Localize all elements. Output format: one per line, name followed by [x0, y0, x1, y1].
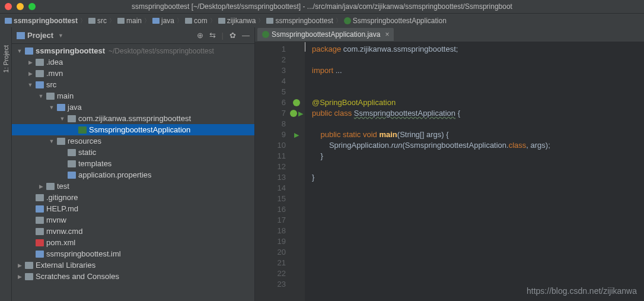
tree-node[interactable]: templates — [12, 158, 254, 169]
folder-icon — [152, 18, 160, 24]
project-tool-tab[interactable]: 1: Project — [2, 45, 9, 72]
code-line[interactable]: } — [312, 172, 644, 183]
line-number: 21 — [255, 258, 286, 268]
minimize-window-button[interactable] — [17, 3, 24, 10]
project-tree[interactable]: ▼ssmspringboottest~/Desktop/test/ssmspri… — [12, 44, 254, 301]
code-line[interactable] — [312, 247, 644, 258]
spring-icon[interactable] — [290, 110, 297, 117]
expand-arrow-icon[interactable]: ▶ — [17, 274, 23, 280]
breadcrumb-item[interactable]: SsmspringboottestApplication — [344, 17, 447, 25]
project-panel-title[interactable]: Project ▼ — [17, 31, 63, 40]
expand-arrow-icon[interactable]: ▼ — [59, 116, 65, 122]
code-line[interactable] — [312, 55, 644, 65]
code-line[interactable] — [312, 119, 644, 129]
expand-arrow-icon[interactable]: ▶ — [27, 71, 33, 77]
code-line[interactable] — [312, 258, 644, 268]
code-line[interactable]: public class SsmspringboottestApplicatio… — [312, 108, 644, 119]
breadcrumb-item[interactable]: ssmspringboottest — [266, 17, 333, 25]
tree-node[interactable]: ssmspringboottest.iml — [12, 248, 254, 259]
code-line[interactable]: public static void main(String[] args) { — [312, 129, 644, 140]
code-line[interactable] — [312, 204, 644, 215]
tree-node[interactable]: ▶.idea — [12, 56, 254, 68]
tree-node-label: java — [68, 103, 82, 112]
code-editor[interactable]: 1234567891011121314151617181920212223 ▶▶… — [255, 42, 644, 301]
code-line[interactable] — [312, 236, 644, 247]
expand-arrow-icon[interactable]: ▶ — [38, 183, 44, 189]
tree-node[interactable]: ▼main — [12, 90, 254, 102]
run-icon[interactable]: ▶ — [294, 129, 299, 140]
code-line[interactable] — [312, 194, 644, 204]
tree-node[interactable]: mvnw — [12, 214, 254, 226]
expand-arrow-icon[interactable]: ▼ — [17, 48, 23, 54]
tree-node[interactable]: application.properties — [12, 169, 254, 180]
breadcrumb-item[interactable]: main — [117, 17, 142, 25]
f-bluefolder-icon — [36, 81, 44, 88]
hide-panel-button[interactable]: — — [242, 31, 250, 40]
tree-node[interactable]: ▶External Libraries — [12, 259, 254, 271]
expand-arrow-icon[interactable]: ▼ — [49, 138, 55, 144]
tree-node[interactable]: .gitignore — [12, 192, 254, 203]
target-icon[interactable]: ⊕ — [197, 31, 203, 40]
tree-node-label: HELP.md — [46, 204, 78, 213]
line-number: 10 — [255, 140, 286, 151]
tree-node[interactable]: ▼ssmspringboottest~/Desktop/test/ssmspri… — [12, 45, 254, 56]
breadcrumb-item[interactable]: src — [88, 17, 107, 25]
tree-node[interactable]: ▼src — [12, 79, 254, 90]
line-number: 16 — [255, 204, 286, 215]
breadcrumb-item[interactable]: ssmspringboottest — [5, 17, 78, 25]
editor-tab[interactable]: SsmspringboottestApplication.java × — [257, 28, 394, 41]
tool-window-strip[interactable]: 1: Project — [0, 27, 12, 301]
code-line[interactable] — [312, 183, 644, 194]
maximize-window-button[interactable] — [28, 3, 36, 10]
breadcrumb-item[interactable]: java — [152, 17, 174, 25]
tree-node[interactable]: mvnw.cmd — [12, 226, 254, 237]
folder-icon — [5, 18, 12, 24]
expand-arrow-icon[interactable]: ▼ — [38, 93, 44, 99]
divider: | — [222, 31, 224, 40]
run-icon[interactable]: ▶ — [298, 108, 303, 119]
tree-node[interactable]: ▼resources — [12, 135, 254, 147]
expand-arrow-icon[interactable]: ▶ — [17, 262, 23, 268]
code-line[interactable]: @SpringBootApplication — [312, 97, 644, 108]
code-line[interactable] — [312, 87, 644, 97]
line-number: 19 — [255, 236, 286, 247]
project-panel-header: Project ▼ ⊕ ⇆ | ✿ — — [12, 27, 254, 44]
tree-node[interactable]: ▶Scratches and Consoles — [12, 271, 254, 282]
tree-node[interactable]: ▼java — [12, 102, 254, 113]
tree-node[interactable]: SsmspringboottestApplication — [12, 124, 254, 135]
code-line[interactable] — [312, 268, 644, 279]
code-content[interactable]: package com.zijikanwa.ssmspringboottest;… — [305, 42, 644, 301]
collapse-icon[interactable]: ⇆ — [209, 31, 216, 40]
tree-node[interactable]: pom.xml — [12, 237, 254, 248]
tree-node[interactable]: ▶test — [12, 180, 254, 192]
close-tab-icon[interactable]: × — [385, 30, 389, 39]
gutter-icons: ▶▶ — [288, 42, 305, 301]
f-bluefolder-icon — [25, 47, 33, 55]
tree-node[interactable]: static — [12, 147, 254, 158]
gear-icon[interactable]: ✿ — [229, 31, 236, 40]
breadcrumb-bar: ssmspringboottest〉src〉main〉java〉com〉ziji… — [0, 13, 644, 27]
code-line[interactable]: } — [312, 151, 644, 161]
code-line[interactable] — [312, 226, 644, 236]
spring-icon[interactable] — [293, 99, 300, 106]
code-line[interactable] — [312, 76, 644, 87]
close-window-button[interactable] — [5, 3, 12, 10]
code-line[interactable]: SpringApplication.run(SsmspringboottestA… — [312, 140, 644, 151]
editor-tabs: SsmspringboottestApplication.java × — [255, 27, 644, 42]
expand-arrow-icon[interactable]: ▼ — [49, 104, 55, 110]
breadcrumb-item[interactable]: zijikanwa — [218, 17, 256, 25]
code-line[interactable] — [312, 215, 644, 226]
expand-arrow-icon[interactable]: ▶ — [27, 59, 33, 65]
breadcrumb-item[interactable]: com — [185, 17, 208, 25]
code-line[interactable]: package com.zijikanwa.ssmspringboottest; — [312, 44, 644, 55]
tree-node-label: .mvn — [46, 69, 63, 78]
tree-node[interactable]: HELP.md — [12, 203, 254, 214]
tree-node[interactable]: ▶.mvn — [12, 68, 254, 79]
code-line[interactable] — [312, 161, 644, 172]
line-number: 7 — [255, 108, 286, 119]
tree-node[interactable]: ▼com.zijikanwa.ssmspringboottest — [12, 113, 254, 124]
tree-node-label: resources — [68, 137, 101, 145]
code-line[interactable]: import ... — [312, 65, 644, 76]
tree-node-label: pom.xml — [46, 238, 75, 247]
expand-arrow-icon[interactable]: ▼ — [27, 82, 33, 88]
